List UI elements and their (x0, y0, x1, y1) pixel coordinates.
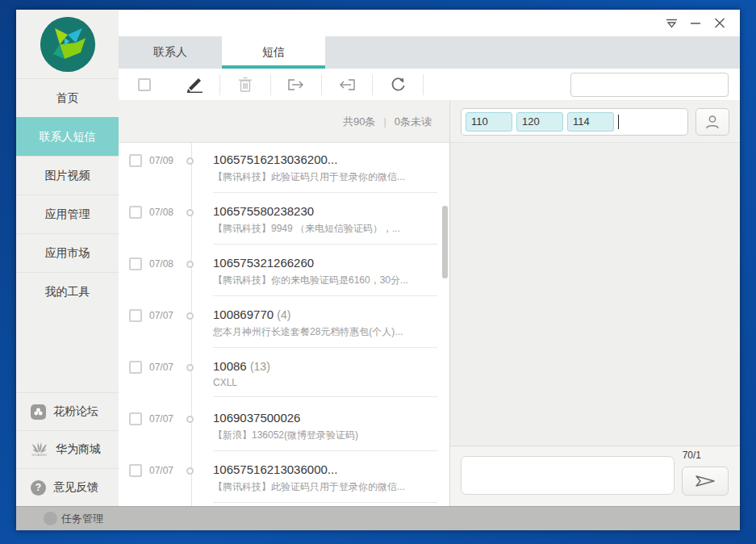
import-button[interactable] (322, 74, 373, 95)
row-date: 07/07 (149, 310, 186, 321)
trash-icon (238, 77, 253, 93)
row-preview: 【腾讯科技】此验证码只用于登录你的微信... (213, 480, 437, 494)
sidebar-link-feedback[interactable]: ? 意见反馈 (16, 468, 119, 506)
sidebar-link-huawei-store[interactable]: HUAWEI 华为商城 (16, 430, 119, 468)
pick-contact-button[interactable] (695, 108, 729, 136)
message-row[interactable]: 07/08 106575580238230 【腾讯科技】9949 （来电短信验证… (119, 195, 449, 246)
row-number: 106575580238230 (213, 204, 314, 218)
forum-icon (31, 404, 46, 420)
message-row[interactable]: 07/08 106575321266260 【腾讯科技】你的来电验证码是6160… (119, 246, 449, 298)
message-row[interactable]: 07/09 10657516213036200... 【腾讯科技】此验证码只用于… (119, 143, 449, 195)
message-row[interactable]: 07/07 10086 (13) CXLL (119, 349, 449, 401)
total-count: 共90条 (343, 115, 375, 129)
send-plane-icon (695, 473, 716, 489)
close-button[interactable] (711, 16, 729, 31)
row-body: 1069037500026 【新浪】136052(微博登录验证码) (213, 411, 437, 451)
row-checkbox[interactable] (129, 257, 142, 270)
tab-contacts[interactable]: 联系人 (119, 36, 222, 69)
timeline-dot (186, 467, 194, 475)
row-date: 07/07 (149, 362, 186, 373)
row-checkbox[interactable] (129, 412, 142, 425)
row-number: 10657516213036000... (213, 462, 337, 476)
row-body: 10086 (13) CXLL (213, 359, 437, 397)
sidebar-item-my-tools[interactable]: 我的工具 (16, 272, 119, 311)
send-button[interactable] (682, 467, 729, 496)
row-preview: CXLL (213, 377, 437, 388)
row-preview: 【腾讯科技】你的来电验证码是6160，30分... (213, 274, 437, 287)
message-row[interactable]: 07/07 100869770 (4) 您本月神州行长途套餐28元档特惠包(个人… (119, 298, 449, 349)
row-checkbox[interactable] (129, 361, 142, 374)
row-date: 07/09 (149, 155, 186, 166)
row-date: 07/08 (149, 207, 186, 218)
recipient-input[interactable]: 110 120 114 (461, 108, 688, 136)
tab-sms[interactable]: 短信 (222, 36, 325, 69)
sidebar-item-app-management[interactable]: 应用管理 (16, 195, 119, 233)
message-count-bar: 共90条 | 0条未读 (119, 101, 449, 143)
refresh-icon (391, 77, 406, 92)
timeline-dot (186, 416, 194, 423)
search-input[interactable] (578, 77, 723, 91)
row-checkbox[interactable] (129, 309, 142, 322)
recipient-chip[interactable]: 110 (466, 112, 512, 132)
row-number: 1069037500026 (213, 411, 300, 425)
message-list-pane: 共90条 | 0条未读 07/09 10657516213036200... (119, 101, 449, 506)
timeline-dot (186, 312, 194, 320)
select-all-checkbox[interactable] (138, 78, 151, 91)
row-body: 10657516213036000... 【腾讯科技】此验证码只用于登录你的微信… (213, 462, 437, 503)
sidebar-item-app-market[interactable]: 应用市场 (16, 233, 119, 272)
task-manager-label[interactable]: 任务管理 (61, 512, 103, 526)
sidebar-item-home[interactable]: 首页 (16, 78, 119, 117)
message-row[interactable]: 07/07 1069037500026 【新浪】136052(微博登录验证码) (119, 401, 449, 453)
task-manager-icon (44, 512, 57, 525)
delete-button[interactable] (220, 74, 271, 95)
row-checkbox[interactable] (129, 154, 142, 167)
statusbar: 任务管理 (16, 506, 740, 530)
row-checkbox[interactable] (129, 464, 142, 477)
window-frame: 首页 联系人短信 图片视频 应用管理 应用市场 我的工具 花粉论坛 (0, 0, 756, 544)
menu-icon (666, 19, 678, 28)
feedback-icon: ? (31, 480, 46, 496)
search-box[interactable] (570, 73, 729, 97)
row-number: 100869770 (213, 308, 274, 321)
sidebar-link-fans-forum[interactable]: 花粉论坛 (16, 392, 119, 430)
sidebar-spacer (16, 311, 119, 392)
sidebar-item-contacts-sms[interactable]: 联系人短信 (16, 117, 119, 156)
timeline-dot (186, 364, 194, 371)
compose-input[interactable] (461, 456, 675, 495)
sidebar-item-pictures-videos[interactable]: 图片视频 (16, 156, 119, 195)
row-checkbox[interactable] (129, 206, 142, 219)
char-counter: 70/1 (683, 450, 701, 461)
recipient-chip[interactable]: 114 (567, 112, 614, 132)
app-window: 首页 联系人短信 图片视频 应用管理 应用市场 我的工具 花粉论坛 (16, 10, 740, 530)
row-body: 106575580238230 【腾讯科技】9949 （来电短信验证码），... (213, 204, 437, 245)
row-number: 106575321266260 (213, 256, 314, 270)
hisuite-logo-icon (40, 17, 95, 72)
minimize-button[interactable] (687, 16, 704, 31)
message-row[interactable]: 07/07 10657516213036000... 【腾讯科技】此验证码只用于… (119, 453, 449, 504)
row-number: 10657516213036200... (213, 153, 337, 166)
recipient-chip[interactable]: 120 (516, 112, 563, 132)
main-area: 联系人 短信 (119, 10, 740, 506)
row-preview: 【腾讯科技】9949 （来电短信验证码），... (213, 222, 437, 236)
refresh-button[interactable] (373, 74, 424, 95)
window-menu-button[interactable] (662, 16, 680, 31)
export-button[interactable] (271, 74, 322, 95)
row-date: 07/08 (149, 258, 186, 270)
sidebar: 首页 联系人短信 图片视频 应用管理 应用市场 我的工具 花粉论坛 (16, 10, 119, 506)
count-separator: | (383, 115, 386, 128)
row-number: 10086 (213, 359, 247, 373)
tab-bar: 联系人 短信 (119, 36, 740, 69)
row-body: 106575321266260 【腾讯科技】你的来电验证码是6160，30分..… (213, 256, 437, 296)
compose-area: 70/1 (450, 446, 740, 506)
select-all-button[interactable] (119, 74, 169, 95)
person-icon (704, 114, 720, 130)
timeline-dot (186, 157, 194, 165)
huawei-store-icon: HUAWEI (31, 442, 48, 457)
import-icon (338, 77, 356, 92)
recipient-bar: 110 120 114 (450, 101, 740, 143)
row-preview: 您本月神州行长途套餐28元档特惠包(个人)... (213, 325, 437, 339)
list-scrollbar-thumb[interactable] (442, 206, 448, 278)
row-preview: 【腾讯科技】此验证码只用于登录你的微信... (213, 170, 437, 184)
compose-button[interactable] (169, 74, 220, 95)
minimize-icon (690, 19, 701, 28)
